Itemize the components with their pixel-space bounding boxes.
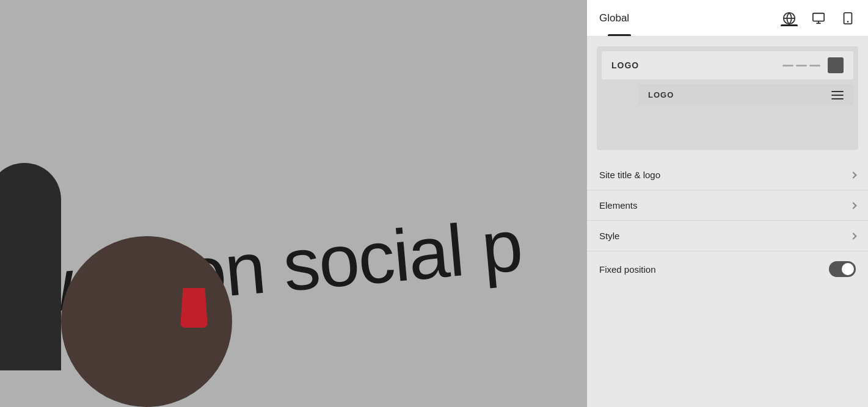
menu-item-site-title-label: Site title & logo [599,170,660,180]
panel-title: Global [599,12,629,24]
header-preview-top: LOGO [602,51,853,79]
color-swatch [828,57,844,73]
logo-label-bottom: LOGO [648,90,674,99]
menu-item-elements[interactable]: Elements [587,190,868,221]
chevron-right-icon-2 [850,202,856,209]
toggle-knob [842,263,854,275]
panel-content: LOGO LOGO [587,37,868,407]
red-cup [180,288,208,328]
hamburger-icon [831,91,844,99]
chevron-right-icon-3 [850,232,856,239]
header-preview: LOGO LOGO [597,46,858,150]
figure-body [0,163,61,370]
hamburger-line-3 [831,98,844,99]
hamburger-line-2 [831,95,844,96]
chevron-right-icon [850,171,856,178]
hamburger-line-1 [831,91,844,92]
dashed-line [782,65,820,67]
globe-icon[interactable] [781,10,797,26]
toolbar-icons [781,10,856,26]
desktop-icon[interactable] [811,10,826,26]
canvas-figure [0,132,257,407]
menu-item-elements-label: Elements [599,200,638,211]
fixed-position-toggle[interactable] [829,261,856,277]
menu-item-style[interactable]: Style [587,221,868,251]
dash-1 [782,65,793,67]
dash-2 [796,65,807,67]
menu-items: Site title & logo Elements Style [587,160,868,251]
logo-label-top: LOGO [611,60,639,70]
fixed-position-row: Fixed position [587,251,868,287]
dash-3 [809,65,820,67]
canvas-area: ow us on social p [0,0,587,407]
fixed-position-label: Fixed position [599,264,656,275]
menu-item-site-title[interactable]: Site title & logo [587,160,868,190]
circle-table [61,236,232,407]
mobile-icon[interactable] [840,10,856,26]
svg-rect-2 [813,13,824,21]
header-preview-secondary: LOGO [638,84,853,106]
active-tab-indicator [608,34,631,36]
right-panel: Global [587,0,868,407]
menu-item-style-label: Style [599,231,619,241]
top-nav-items [782,57,844,73]
toolbar: Global [587,0,868,37]
